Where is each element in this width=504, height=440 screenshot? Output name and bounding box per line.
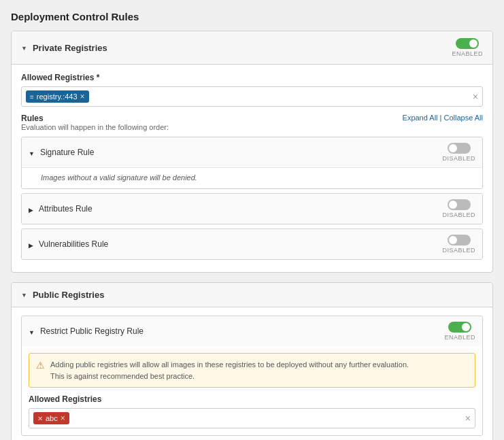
signature-rule-toggle[interactable] bbox=[448, 143, 471, 154]
restrict-rule-header[interactable]: Restrict Public Registry Rule ENABLED bbox=[22, 316, 482, 346]
attributes-rule-toggle[interactable] bbox=[448, 199, 471, 210]
private-registries-toggle-label: ENABLED bbox=[452, 50, 483, 57]
restrict-rule-toggle-knob bbox=[462, 323, 470, 331]
collapse-all-link[interactable]: Collapse All bbox=[444, 114, 483, 122]
signature-rule-title: Signature Rule bbox=[40, 148, 437, 157]
signature-rule-toggle-container[interactable]: DISABLED bbox=[442, 143, 475, 162]
restrict-rule-toggle-label: ENABLED bbox=[444, 334, 475, 341]
restrict-rule-chevron[interactable] bbox=[29, 326, 35, 337]
registry-tag-text: registry.:443 bbox=[37, 92, 78, 101]
attributes-rule-item: Attributes Rule DISABLED bbox=[21, 193, 483, 224]
public-registries-section: Public Registries Restrict Public Regist… bbox=[11, 282, 493, 440]
attributes-rule-header[interactable]: Attributes Rule DISABLED bbox=[22, 194, 482, 224]
rules-actions: Expand All | Collapse All bbox=[403, 114, 483, 122]
signature-rule-chevron[interactable] bbox=[29, 148, 35, 158]
public-tag-text: abc bbox=[46, 414, 58, 422]
private-registries-toggle-knob bbox=[469, 39, 477, 48]
attributes-rule-toggle-label: DISABLED bbox=[442, 211, 475, 218]
warning-text: Adding public registries will allow all … bbox=[50, 359, 409, 382]
private-registries-section: Private Registries ENABLED Allowed Regis… bbox=[11, 31, 493, 273]
allowed-registries-label: Allowed Registries * bbox=[21, 73, 483, 82]
private-registries-chevron[interactable] bbox=[21, 44, 27, 52]
public-tag-input-clear[interactable]: × bbox=[465, 413, 471, 424]
signature-rule-header[interactable]: Signature Rule DISABLED bbox=[22, 137, 482, 167]
registry-tag: ≡ registry.:443 × bbox=[26, 90, 89, 103]
registry-tag-remove[interactable]: × bbox=[80, 92, 85, 101]
restrict-rule-body: ⚠ Adding public registries will allow al… bbox=[22, 346, 482, 435]
restrict-rule-card: Restrict Public Registry Rule ENABLED ⚠ … bbox=[21, 316, 483, 436]
attributes-rule-chevron[interactable] bbox=[29, 204, 33, 214]
public-registry-tag: ✕ abc × bbox=[33, 412, 69, 424]
rules-info: Rules Evaluation will happen in the foll… bbox=[21, 114, 169, 131]
rules-separator: | bbox=[440, 114, 442, 122]
vulnerabilities-rule-toggle-label: DISABLED bbox=[442, 247, 475, 254]
page-title: Deployment Control Rules bbox=[11, 11, 493, 22]
expand-all-link[interactable]: Expand All bbox=[403, 114, 438, 122]
public-registries-body: Restrict Public Registry Rule ENABLED ⚠ … bbox=[12, 307, 492, 440]
vulnerabilities-rule-toggle-container[interactable]: DISABLED bbox=[442, 235, 475, 254]
private-tag-input-clear[interactable]: × bbox=[473, 91, 478, 102]
signature-rule-item: Signature Rule DISABLED Images without a… bbox=[21, 137, 483, 189]
attributes-rule-toggle-knob bbox=[449, 201, 457, 209]
public-allowed-registries-label: Allowed Registries bbox=[29, 394, 475, 404]
public-registries-chevron[interactable] bbox=[21, 291, 27, 299]
private-registries-toggle-container[interactable]: ENABLED bbox=[452, 38, 483, 57]
registry-tag-icon: ≡ bbox=[30, 93, 34, 101]
restrict-rule-title: Restrict Public Registry Rule bbox=[40, 326, 439, 336]
private-registries-title: Private Registries bbox=[33, 43, 447, 53]
vulnerabilities-rule-toggle-knob bbox=[449, 236, 457, 244]
rules-title: Rules bbox=[21, 114, 169, 123]
rules-desc: Evaluation will happen in the following … bbox=[21, 123, 169, 131]
public-tag-remove[interactable]: × bbox=[61, 413, 65, 423]
restrict-rule-toggle[interactable] bbox=[448, 322, 471, 333]
warning-line2: This is against recommended best practic… bbox=[50, 371, 409, 382]
public-registries-tag-input[interactable]: ✕ abc × × bbox=[29, 408, 475, 428]
private-registries-body: Allowed Registries * ≡ registry.:443 × ×… bbox=[12, 65, 492, 272]
warning-box: ⚠ Adding public registries will allow al… bbox=[29, 353, 475, 388]
vulnerabilities-rule-title: Vulnerabilities Rule bbox=[39, 239, 437, 249]
rules-section: Rules Evaluation will happen in the foll… bbox=[21, 114, 483, 260]
private-registries-tag-input[interactable]: ≡ registry.:443 × × bbox=[21, 86, 483, 107]
signature-rule-toggle-label: DISABLED bbox=[442, 155, 475, 162]
vulnerabilities-rule-chevron[interactable] bbox=[29, 239, 33, 250]
public-registries-header[interactable]: Public Registries bbox=[12, 283, 492, 307]
attributes-rule-toggle-container[interactable]: DISABLED bbox=[442, 199, 475, 218]
private-registries-header[interactable]: Private Registries ENABLED bbox=[12, 31, 492, 65]
public-registries-title: Public Registries bbox=[33, 290, 483, 300]
attributes-rule-title: Attributes Rule bbox=[39, 204, 437, 214]
signature-rule-body: Images without a valid signature will be… bbox=[22, 167, 482, 188]
rules-header: Rules Evaluation will happen in the foll… bbox=[21, 114, 483, 131]
restrict-rule-toggle-container[interactable]: ENABLED bbox=[444, 322, 475, 341]
vulnerabilities-rule-header[interactable]: Vulnerabilities Rule DISABLED bbox=[22, 229, 482, 259]
warning-line1: Adding public registries will allow all … bbox=[50, 359, 409, 371]
public-tag-error-icon: ✕ bbox=[37, 415, 43, 422]
vulnerabilities-rule-toggle[interactable] bbox=[448, 235, 471, 246]
signature-rule-toggle-knob bbox=[449, 144, 457, 152]
warning-icon: ⚠ bbox=[36, 360, 45, 371]
vulnerabilities-rule-item: Vulnerabilities Rule DISABLED bbox=[21, 229, 483, 260]
private-registries-toggle[interactable] bbox=[456, 38, 479, 49]
